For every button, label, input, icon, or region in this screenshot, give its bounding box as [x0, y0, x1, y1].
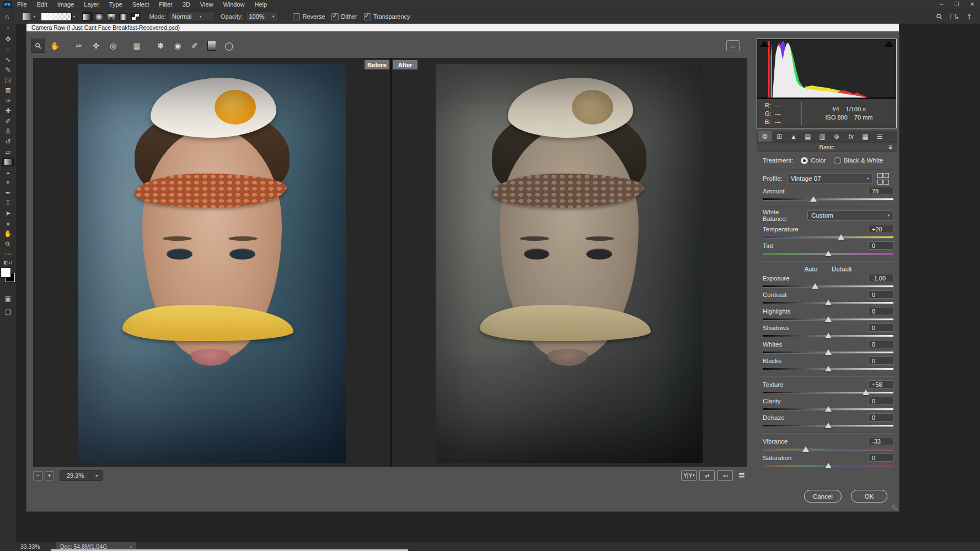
linear-gradient-button[interactable] — [82, 12, 93, 21]
hsl-adjustments-tab[interactable]: ▤ — [801, 131, 815, 142]
panel-menu-icon[interactable]: ≡ — [888, 143, 892, 151]
edit-toolbar-button[interactable]: ⋯ — [2, 250, 14, 258]
menu-help[interactable]: Help — [250, 0, 272, 9]
hand-tool[interactable]: ✋ — [48, 39, 62, 53]
temperature-slider[interactable] — [763, 234, 893, 241]
shape-tool[interactable]: ● — [2, 219, 14, 228]
slider-thumb[interactable] — [825, 333, 832, 338]
opacity-select[interactable]: 100% ▾ — [245, 12, 279, 22]
preview-settings-icon[interactable]: ≣ — [738, 471, 745, 480]
adjustment-brush-tool[interactable]: ✐ — [188, 39, 202, 53]
saturation-slider[interactable] — [763, 462, 893, 469]
slider-thumb[interactable] — [825, 349, 832, 355]
presets-tab[interactable]: ☰ — [872, 131, 887, 142]
slider-track[interactable] — [763, 285, 893, 287]
camera-calibration-tab[interactable]: ▦ — [858, 131, 872, 142]
slider-thumb[interactable] — [838, 234, 844, 240]
menu-image[interactable]: Image — [52, 0, 79, 9]
marquee-tool[interactable]: ◌ — [2, 45, 14, 54]
zoom-out-button[interactable]: − — [33, 471, 42, 480]
minimize-button[interactable]: – — [934, 0, 949, 9]
dehaze-value[interactable]: 0 — [868, 413, 893, 422]
white-balance-select[interactable]: Custom ▾ — [807, 210, 893, 221]
tool-preset-picker[interactable]: ▾ — [22, 13, 35, 20]
zoom-in-button[interactable]: + — [45, 471, 54, 480]
radial-filter-tool[interactable]: ◯ — [222, 39, 236, 53]
dodge-tool[interactable]: ⌖ — [2, 178, 14, 187]
frame-tool[interactable]: ⊠ — [2, 86, 14, 95]
quick-mask-button[interactable]: ▣ — [2, 294, 14, 303]
zoom-level-select[interactable]: 29.3% ▾ — [60, 470, 103, 481]
screen-mode-button[interactable]: ❐ — [2, 308, 14, 317]
red-eye-tool[interactable]: ◉ — [170, 39, 185, 53]
texture-value[interactable]: +58 — [868, 380, 893, 388]
radial-gradient-button[interactable] — [94, 12, 105, 21]
zoom-tool[interactable]: ⚲ — [2, 240, 14, 249]
graduated-filter-tool[interactable] — [205, 39, 219, 53]
menu-file[interactable]: File — [12, 0, 32, 9]
menu-select[interactable]: Select — [127, 0, 154, 9]
quick-selection-tool[interactable]: ✎ — [2, 66, 14, 74]
brush-tool[interactable]: ✐ — [2, 117, 14, 126]
hand-tool[interactable]: ✋ — [2, 229, 14, 238]
before-image[interactable] — [78, 64, 346, 463]
slider-thumb[interactable] — [812, 283, 818, 289]
contrast-value[interactable]: 0 — [868, 290, 893, 299]
color-radio[interactable] — [801, 157, 808, 164]
effects-tab[interactable]: fx — [844, 131, 858, 142]
path-selection-tool[interactable]: ➤ — [2, 209, 14, 218]
shadow-clipping-warning[interactable] — [760, 41, 769, 47]
crop-tool[interactable]: ◳ — [2, 75, 14, 84]
slider-thumb[interactable] — [802, 446, 809, 452]
blacks-value[interactable]: 0 — [868, 356, 893, 365]
mode-select[interactable]: Normal ▾ — [169, 12, 215, 22]
reverse-checkbox[interactable]: ✓ Reverse — [293, 13, 325, 20]
whites-slider[interactable] — [763, 349, 893, 356]
tint-value[interactable]: 0 — [868, 241, 893, 250]
exposure-value[interactable]: -1.00 — [868, 274, 893, 282]
contrast-slider[interactable] — [763, 299, 893, 306]
move-tool[interactable]: ✥ — [2, 35, 14, 44]
slider-thumb[interactable] — [825, 423, 832, 428]
preview-layout-button[interactable]: ↔ — [726, 40, 740, 51]
eyedropper-tool[interactable]: ✑ — [2, 96, 14, 105]
menu-window[interactable]: Window — [218, 0, 249, 9]
workspace-icon[interactable]: ❒▾ — [950, 13, 958, 21]
slider-track[interactable] — [763, 198, 893, 200]
auto-link[interactable]: Auto — [804, 266, 817, 272]
clone-stamp-tool[interactable]: ♙ — [2, 127, 14, 136]
menu-view[interactable]: View — [195, 0, 218, 9]
profile-browser-icon[interactable] — [877, 173, 888, 185]
angle-gradient-button[interactable] — [106, 12, 117, 21]
whites-value[interactable]: 0 — [868, 340, 893, 348]
white-balance-tool[interactable]: ✑ — [72, 39, 86, 53]
menu-layer[interactable]: Layer — [79, 0, 104, 9]
black-white-radio-label[interactable]: Black & White — [844, 157, 883, 164]
dither-checkbox[interactable]: ✓ Dither — [331, 13, 357, 20]
slider-thumb[interactable] — [825, 251, 832, 256]
slider-thumb[interactable] — [825, 406, 832, 412]
blacks-slider[interactable] — [763, 365, 893, 372]
spot-removal-tool[interactable]: ✽ — [153, 39, 168, 53]
status-zoom-level[interactable]: 33.33% — [16, 543, 56, 550]
before-after-view-button[interactable]: Y|Y▾ — [681, 470, 697, 481]
history-brush-tool[interactable]: ↺ — [2, 137, 14, 146]
detail-tab[interactable]: ▲ — [786, 131, 801, 142]
vibrance-value[interactable]: -33 — [868, 437, 893, 445]
gradient-tool[interactable] — [2, 158, 14, 166]
menu-type[interactable]: Type — [104, 0, 127, 9]
clarity-value[interactable]: 0 — [868, 397, 893, 405]
collapse-toolbar-icon[interactable]: » — [0, 24, 16, 31]
color-sampler-tool[interactable]: ✜ — [89, 39, 103, 53]
diamond-gradient-button[interactable] — [130, 12, 141, 21]
after-image[interactable] — [436, 64, 703, 463]
slider-thumb[interactable] — [825, 300, 832, 305]
texture-slider[interactable] — [763, 389, 893, 396]
color-swatches[interactable] — [1, 268, 15, 287]
highlights-slider[interactable] — [763, 316, 893, 323]
ok-button[interactable]: OK — [851, 490, 887, 503]
clarity-slider[interactable] — [763, 406, 893, 413]
targeted-adjustment-tool[interactable]: ◎ — [106, 39, 120, 53]
close-button[interactable]: ✕ — [965, 0, 980, 9]
color-radio-label[interactable]: Color — [811, 157, 826, 164]
